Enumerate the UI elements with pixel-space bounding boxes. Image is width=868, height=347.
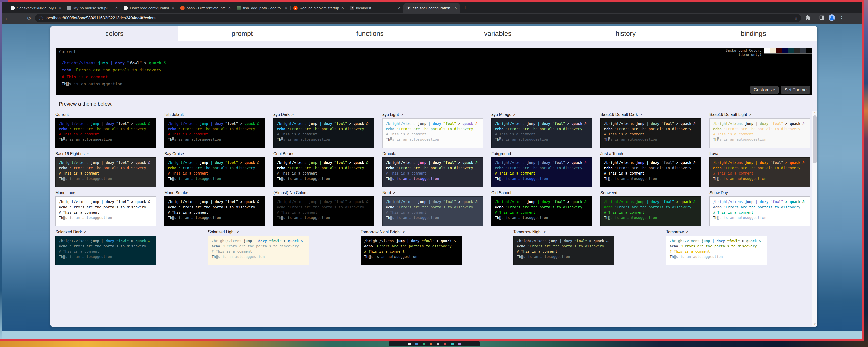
theme-tile-seaweed[interactable]: /bright/vixens jump | dozy "fowl" > quac…: [600, 197, 702, 226]
code-path: /bright/vixens: [604, 122, 636, 126]
extensions-puzzle-icon[interactable]: [805, 15, 811, 22]
theme-tile-tomorrow[interactable]: /bright/vixens jump | dozy "fowl" > quac…: [666, 236, 767, 265]
theme-tile-ayu-light[interactable]: /bright/vixens jump | dozy "fowl" > quac…: [382, 118, 483, 148]
dock-app-icon[interactable]: [430, 343, 432, 346]
scroll-down-icon[interactable]: ▼: [812, 323, 817, 325]
external-link-icon[interactable]: ↗: [393, 191, 396, 195]
scroll-up-icon[interactable]: ▲: [812, 111, 817, 114]
tab-close-icon[interactable]: ×: [172, 5, 175, 10]
tab-bindings[interactable]: bindings: [689, 27, 817, 41]
tab-variables[interactable]: variables: [434, 27, 562, 41]
bg-color-swatch[interactable]: [806, 48, 812, 54]
theme-tile-just-a-touch[interactable]: /bright/vixens jump | dozy "fowl" > quac…: [600, 158, 702, 187]
theme-tile-almost-no-colors[interactable]: /bright/vixens jump | dozy "fowl" > quac…: [273, 197, 374, 226]
bg-color-swatch[interactable]: [782, 48, 788, 54]
theme-tile-cool-beans[interactable]: /bright/vixens jump | dozy "fowl" > quac…: [273, 158, 374, 187]
dock-app-icon[interactable]: [415, 343, 418, 346]
bg-color-swatch[interactable]: [788, 48, 794, 54]
side-panel-icon[interactable]: [819, 15, 825, 22]
browser-tab-fish-shell-configuration[interactable]: ffish shell configuration×: [403, 3, 460, 12]
external-link-icon[interactable]: ↗: [402, 230, 405, 234]
bg-color-swatch[interactable]: [776, 48, 782, 54]
theme-tile-base16-default-dark[interactable]: /bright/vixens jump | dozy "fowl" > quac…: [600, 118, 702, 148]
external-link-icon[interactable]: ↗: [543, 230, 546, 234]
external-link-icon[interactable]: ↗: [291, 113, 294, 117]
theme-tile-solarized-light[interactable]: /bright/vixens jump | dozy "fowl" > quac…: [208, 236, 309, 265]
url-text[interactable]: localhost:8000/fef3aac58f4911632f52213dc…: [46, 16, 792, 21]
browser-tab-sanskar531-nixie-my-blo[interactable]: Sanskar531/Nixie: My Blo×: [7, 3, 64, 12]
set-theme-button[interactable]: Set Theme: [781, 86, 810, 94]
theme-tile-fish-default[interactable]: /bright/vixens jump | dozy "fowl" > quac…: [164, 118, 265, 148]
theme-tile-solarized-dark[interactable]: /bright/vixens jump | dozy "fowl" > quac…: [55, 236, 156, 265]
theme-tile-lava[interactable]: /bright/vixens jump | dozy "fowl" > quac…: [710, 158, 810, 187]
external-link-icon[interactable]: ↗: [749, 113, 751, 117]
theme-tile-nord[interactable]: /bright/vixens jump | dozy "fowl" > quac…: [382, 197, 483, 226]
dock-app-icon[interactable]: [408, 343, 411, 346]
external-link-icon[interactable]: ↗: [685, 230, 688, 234]
bg-color-swatch[interactable]: [770, 48, 776, 54]
browser-tab-fish-add-path-add-to-th[interactable]: fish_add_path - add to th×: [234, 3, 290, 12]
profile-avatar[interactable]: [829, 14, 835, 22]
external-link-icon[interactable]: ↗: [513, 113, 516, 117]
dock-app-icon[interactable]: [423, 343, 425, 346]
theme-tile-ayu-dark[interactable]: /bright/vixens jump | dozy "fowl" > quac…: [273, 118, 374, 148]
code-line: echo 'Errors are the portals to discover…: [713, 166, 807, 171]
theme-tile-old-school[interactable]: /bright/vixens jump | dozy "fowl" > quac…: [491, 197, 592, 226]
theme-tile-ayu-mirage[interactable]: /bright/vixens jump | dozy "fowl" > quac…: [491, 118, 592, 148]
scrollbar-thumb[interactable]: [813, 115, 816, 164]
bookmark-star-icon[interactable]: ☆: [794, 15, 798, 21]
tab-colors[interactable]: colors: [51, 27, 178, 41]
tab-close-icon[interactable]: ×: [454, 5, 457, 10]
tab-history[interactable]: history: [562, 27, 689, 41]
tab-close-icon[interactable]: ×: [115, 5, 118, 10]
browser-tab-my-no-mouse-setup[interactable]: My no mouse setup!×: [64, 3, 121, 12]
browser-menu-kebab-icon[interactable]: ⋮: [839, 15, 844, 21]
theme-tile-snow-day[interactable]: /bright/vixens jump | dozy "fowl" > quac…: [710, 197, 810, 226]
theme-tile-fairground[interactable]: /bright/vixens jump | dozy "fowl" > quac…: [491, 158, 592, 187]
back-icon[interactable]: ←: [1, 15, 12, 21]
dock-app-icon[interactable]: [458, 343, 461, 346]
theme-tile-mono-lace[interactable]: /bright/vixens jump | dozy "fowl" > quac…: [55, 197, 156, 226]
external-link-icon[interactable]: ↗: [236, 230, 239, 234]
tab-prompt[interactable]: prompt: [178, 27, 306, 41]
theme-tile-base16-default-light[interactable]: /bright/vixens jump | dozy "fowl" > quac…: [710, 118, 810, 148]
url-bar[interactable]: ⓘ localhost:8000/fef3aac58f4911632f52213…: [35, 14, 801, 22]
browser-tab-reduce-neovim-startup-ti[interactable]: Reduce Neovim startup ti×: [290, 3, 347, 12]
taskbar-dock[interactable]: [389, 342, 480, 347]
theme-tile-current[interactable]: /bright/vixens jump | dozy "fowl" > quac…: [55, 118, 156, 148]
forward-icon[interactable]: →: [12, 15, 24, 21]
tab-close-icon[interactable]: ×: [228, 5, 231, 10]
bg-color-swatch[interactable]: [794, 48, 800, 54]
dock-app-icon[interactable]: [437, 343, 439, 346]
theme-list-scrollbar[interactable]: ▲ ▼: [812, 111, 817, 326]
dock-app-icon[interactable]: [444, 343, 446, 346]
external-link-icon[interactable]: ↗: [86, 152, 89, 156]
tab-close-icon[interactable]: ×: [398, 5, 401, 10]
browser-tab-bash-differentiate-inter[interactable]: bash - Differentiate Inter×: [177, 3, 234, 12]
theme-title: Current: [55, 112, 156, 118]
browser-tab-localhost[interactable]: flocalhost×: [347, 3, 403, 12]
external-link-icon[interactable]: ↗: [400, 113, 403, 117]
code-comment: # This is a comment: [212, 249, 252, 253]
browser-tab-don-t-read-configuration[interactable]: Don't read configuration×: [121, 3, 177, 12]
customize-button[interactable]: Customize: [750, 86, 779, 94]
theme-tile-dracula[interactable]: /bright/vixens jump | dozy "fowl" > quac…: [382, 158, 483, 187]
theme-tile-tomorrow-night-bright[interactable]: /bright/vixens jump | dozy "fowl" > quac…: [361, 236, 462, 265]
dock-app-icon[interactable]: [451, 343, 454, 346]
new-tab-button[interactable]: +: [463, 3, 467, 12]
code-cmd2: dozy: [760, 200, 770, 204]
theme-tile-mono-smoke[interactable]: /bright/vixens jump | dozy "fowl" > quac…: [164, 197, 265, 226]
bg-color-swatch[interactable]: [764, 48, 770, 54]
tab-close-icon[interactable]: ×: [341, 5, 344, 10]
reload-icon[interactable]: ⟳: [24, 15, 35, 21]
tab-close-icon[interactable]: ×: [284, 5, 288, 10]
external-link-icon[interactable]: ↗: [639, 113, 642, 117]
theme-tile-bay-cruise[interactable]: /bright/vixens jump | dozy "fowl" > quac…: [164, 158, 265, 187]
site-info-icon[interactable]: ⓘ: [39, 15, 43, 21]
tab-functions[interactable]: functions: [306, 27, 434, 41]
theme-tile-tomorrow-night[interactable]: /bright/vixens jump | dozy "fowl" > quac…: [514, 236, 614, 265]
external-link-icon[interactable]: ↗: [83, 230, 86, 234]
tab-close-icon[interactable]: ×: [58, 5, 62, 10]
theme-tile-base16-eighties[interactable]: /bright/vixens jump | dozy "fowl" > quac…: [55, 158, 156, 187]
bg-color-swatch[interactable]: [800, 48, 806, 54]
